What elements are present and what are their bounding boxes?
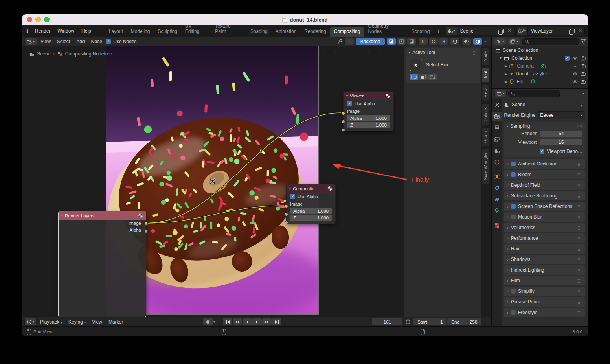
- tab-physics-properties[interactable]: [492, 184, 502, 192]
- disclosure-triangle[interactable]: ▼: [498, 56, 502, 60]
- new-scene-icon[interactable]: [500, 29, 504, 33]
- property-panel[interactable]: › Simplify: [504, 287, 585, 296]
- backdrop-color-alpha-icon[interactable]: [386, 38, 396, 45]
- property-panel[interactable]: › Shadows: [504, 255, 585, 264]
- menu-view[interactable]: View: [89, 319, 105, 325]
- compositor-canvas[interactable]: › Scene › Compositing Nodetree ▾ Viewer: [22, 46, 491, 317]
- workspace-tab[interactable]: Scripting: [408, 27, 434, 37]
- outliner-row-fill[interactable]: ▶ Fill: [492, 78, 588, 86]
- sidebar-tab[interactable]: Group: [481, 127, 489, 147]
- grip-icon[interactable]: [576, 215, 582, 219]
- new-viewlayer-icon[interactable]: [570, 29, 575, 33]
- minimize-window-button[interactable]: [35, 17, 41, 22]
- workspace-tab[interactable]: Shading: [246, 27, 272, 37]
- menu-window[interactable]: Window: [54, 28, 78, 34]
- use-nodes-checkbox[interactable]: ✓: [106, 39, 111, 44]
- panel-checkbox[interactable]: [511, 289, 516, 294]
- hidden-eye-icon[interactable]: [572, 64, 578, 68]
- menu-marker[interactable]: Marker: [106, 319, 126, 325]
- channel-b-button[interactable]: B: [439, 38, 448, 45]
- stopwatch-icon[interactable]: [403, 318, 413, 325]
- add-workspace-button[interactable]: +: [434, 28, 443, 34]
- properties-search-input[interactable]: [508, 90, 560, 97]
- editor-type-button[interactable]: ▾: [24, 38, 37, 45]
- z-socket[interactable]: [285, 221, 288, 224]
- menu-render[interactable]: Render: [31, 28, 54, 34]
- tab-tool-properties[interactable]: [492, 101, 502, 109]
- tab-scene-properties[interactable]: [492, 146, 502, 155]
- property-panel[interactable]: › Depth of Field: [504, 180, 585, 190]
- disclosure-triangle[interactable]: ▶: [504, 64, 508, 68]
- parent-node-tree-icon[interactable]: ↑: [344, 38, 354, 45]
- z-socket[interactable]: [342, 128, 345, 132]
- workspace-tab[interactable]: Animation: [272, 27, 300, 37]
- panel-checkbox[interactable]: [511, 204, 516, 209]
- timeline-editor-type-button[interactable]: ▾: [24, 318, 37, 325]
- property-panel[interactable]: › Subsurface Scattering: [504, 191, 585, 200]
- current-frame-field[interactable]: 161: [372, 318, 402, 325]
- properties-filter-dropdown[interactable]: ▾: [582, 92, 586, 95]
- disclosure-triangle[interactable]: ▶: [504, 72, 508, 76]
- grip-icon[interactable]: [576, 194, 582, 198]
- alpha-field[interactable]: Alpha1.000: [290, 208, 332, 214]
- pin-icon[interactable]: [580, 102, 585, 107]
- sidebar-tab[interactable]: Node Wrangler: [481, 149, 489, 184]
- sidebar-tab[interactable]: Tool: [481, 67, 489, 83]
- use-alpha-checkbox[interactable]: ✓: [347, 101, 352, 106]
- jump-to-start-button[interactable]: [223, 318, 232, 325]
- pin-icon[interactable]: [338, 39, 343, 44]
- property-panel[interactable]: › Indirect Lighting: [504, 265, 585, 275]
- backdrop-alpha-icon[interactable]: [407, 38, 417, 45]
- render-visibility-icon[interactable]: [581, 56, 586, 61]
- sidebar-tab[interactable]: Node: [481, 48, 489, 65]
- viewlayer-name[interactable]: ViewLayer: [528, 28, 569, 34]
- menu-add[interactable]: Add: [73, 39, 87, 44]
- z-field[interactable]: Z1.000: [347, 122, 390, 128]
- grip-icon[interactable]: [576, 184, 582, 187]
- grip-icon[interactable]: [576, 205, 582, 208]
- auto-keying-button[interactable]: [203, 318, 213, 325]
- viewlayer-selector[interactable]: ▾ ViewLayer ✕: [516, 27, 585, 35]
- hide-eye-icon[interactable]: [572, 80, 578, 84]
- outliner-row-camera[interactable]: ▶ Camera: [492, 62, 588, 70]
- tab-object-data-properties[interactable]: [492, 206, 502, 215]
- close-window-button[interactable]: [27, 17, 32, 22]
- viewer-node[interactable]: ▾ Viewer ✓Use Alpha Image Alpha1.000 Z1.…: [343, 91, 394, 131]
- property-panel[interactable]: › Freestyle: [504, 308, 585, 317]
- alpha-socket[interactable]: [285, 213, 288, 216]
- render-visibility-icon[interactable]: [581, 64, 586, 68]
- overlays-icon[interactable]: [473, 38, 483, 45]
- grip-icon[interactable]: [576, 300, 582, 304]
- snap-target-dropdown[interactable]: ▾: [461, 38, 471, 45]
- menu-keying[interactable]: Keying ▾: [66, 319, 88, 325]
- composite-node[interactable]: ▾ Composite ✓Use Alpha Image Alpha1.000 …: [286, 184, 336, 224]
- collapse-icon[interactable]: ▾: [289, 187, 291, 190]
- grip-icon[interactable]: [576, 226, 582, 230]
- sidebar-tab[interactable]: View: [481, 85, 489, 101]
- panel-checkbox[interactable]: [511, 172, 516, 177]
- menu-view[interactable]: View: [38, 39, 53, 44]
- zoom-window-button[interactable]: [44, 17, 50, 22]
- scene-selector[interactable]: ▾ Scene ✕: [446, 27, 514, 35]
- workspace-tab[interactable]: Compositing: [330, 27, 364, 37]
- property-panel[interactable]: › Bloom: [504, 170, 585, 179]
- workspace-tab[interactable]: Sculpting: [154, 27, 181, 37]
- tab-render-properties[interactable]: [492, 112, 502, 121]
- viewport-denoising-checkbox[interactable]: ✓: [540, 149, 544, 154]
- select-mode-new-button[interactable]: [410, 74, 418, 80]
- tab-constraints-properties[interactable]: [492, 195, 502, 204]
- jump-to-end-button[interactable]: [272, 318, 281, 325]
- disclosure-triangle[interactable]: ▶: [504, 80, 508, 84]
- backdrop-button[interactable]: Backdrop: [356, 38, 385, 45]
- grip-icon[interactable]: [576, 311, 582, 314]
- property-panel[interactable]: › Hair: [504, 244, 585, 254]
- render-visibility-icon[interactable]: [581, 79, 586, 84]
- menu-playback[interactable]: Playback ▾: [37, 319, 65, 325]
- image-socket[interactable]: [285, 204, 288, 208]
- outliner-display-mode-button[interactable]: ▾: [494, 38, 506, 45]
- render-samples-field[interactable]: 64: [540, 131, 582, 137]
- play-reverse-button[interactable]: [243, 318, 252, 325]
- use-alpha-checkbox[interactable]: ✓: [290, 194, 295, 199]
- unlink-scene-icon[interactable]: ✕: [505, 28, 514, 33]
- outliner-row-collection[interactable]: ▼ Collection ✓: [492, 54, 588, 62]
